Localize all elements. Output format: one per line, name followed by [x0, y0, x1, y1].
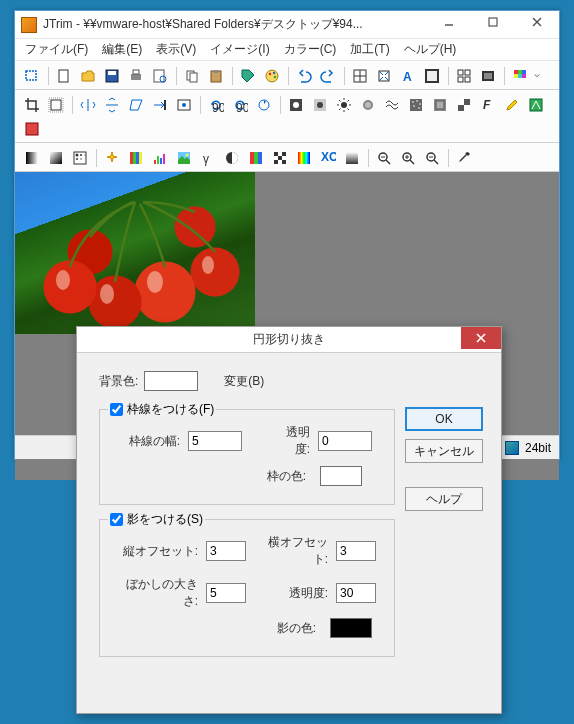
blur-icon[interactable] [357, 94, 379, 116]
shadow-color-swatch[interactable] [330, 618, 372, 638]
palette-icon[interactable] [261, 65, 283, 87]
shadow-opacity-label: 透明度: [254, 585, 328, 602]
paste-icon[interactable] [205, 65, 227, 87]
shadow-opacity-input[interactable] [336, 583, 376, 603]
menu-file[interactable]: ファイル(F) [19, 39, 94, 60]
zoom-out-icon[interactable] [421, 147, 443, 169]
sharpen-icon[interactable] [453, 94, 475, 116]
minimize-button[interactable] [427, 11, 471, 33]
new-icon[interactable] [53, 65, 75, 87]
dialog-title: 円形切り抜き [253, 331, 325, 348]
frame-checkbox-label[interactable]: 枠線をつける(F) [110, 401, 214, 418]
change-bg-button[interactable]: 変更(B) [224, 373, 264, 390]
blur-input[interactable] [206, 583, 246, 603]
menu-help[interactable]: ヘルプ(H) [398, 39, 463, 60]
crop-icon[interactable] [21, 94, 43, 116]
posterize-icon[interactable] [245, 147, 267, 169]
filter-f-icon[interactable]: F [477, 94, 499, 116]
color-grid-icon[interactable] [509, 65, 531, 87]
preview-icon[interactable] [149, 65, 171, 87]
rainbow-icon[interactable] [293, 147, 315, 169]
shift-h-icon[interactable] [149, 94, 171, 116]
halftone-icon[interactable] [69, 147, 91, 169]
svg-rect-87 [160, 158, 162, 164]
print-icon[interactable] [125, 65, 147, 87]
frame-color-swatch[interactable] [320, 466, 362, 486]
svg-point-64 [418, 107, 420, 109]
menu-edit[interactable]: 編集(E) [96, 39, 148, 60]
menu-process[interactable]: 加工(T) [344, 39, 395, 60]
shadow-checkbox-label[interactable]: 影をつける(S) [110, 511, 203, 528]
sparkle-icon[interactable] [101, 147, 123, 169]
frame-icon[interactable] [421, 65, 443, 87]
hoffset-input[interactable] [336, 541, 376, 561]
dropdown-icon[interactable] [533, 65, 541, 87]
effect-icon[interactable] [21, 118, 43, 140]
help-button[interactable]: ヘルプ [405, 487, 483, 511]
cancel-button[interactable]: キャンセル [405, 439, 483, 463]
flip-h-icon[interactable] [77, 94, 99, 116]
sun-icon[interactable] [333, 94, 355, 116]
open-icon[interactable] [77, 65, 99, 87]
menu-color[interactable]: カラー(C) [278, 39, 343, 60]
frame-opacity-input[interactable] [318, 431, 372, 451]
svg-rect-83 [136, 152, 139, 164]
svg-rect-7 [108, 71, 116, 75]
dialog-close-button[interactable] [461, 327, 501, 349]
close-button[interactable] [515, 11, 559, 33]
ok-button[interactable]: OK [405, 407, 483, 431]
rotate-cw-icon[interactable]: 90 [229, 94, 251, 116]
menu-view[interactable]: 表示(V) [150, 39, 202, 60]
flip-v-icon[interactable] [101, 94, 123, 116]
svg-rect-97 [274, 152, 278, 156]
noise-icon[interactable] [405, 94, 427, 116]
hue-icon[interactable] [125, 147, 147, 169]
wave-icon[interactable] [381, 94, 403, 116]
svg-rect-24 [458, 70, 463, 75]
levels-icon[interactable] [149, 147, 171, 169]
menu-image[interactable]: イメージ(I) [204, 39, 275, 60]
shadow-checkbox[interactable] [110, 513, 123, 526]
pencil-icon[interactable] [501, 94, 523, 116]
frame-checkbox[interactable] [110, 403, 123, 416]
voffset-input[interactable] [206, 541, 246, 561]
zoom-in-icon[interactable] [397, 147, 419, 169]
gamma-icon[interactable]: γ [197, 147, 219, 169]
brush-icon[interactable] [525, 94, 547, 116]
save-icon[interactable] [101, 65, 123, 87]
svg-rect-29 [484, 73, 492, 79]
invert-icon[interactable] [221, 147, 243, 169]
resize-icon[interactable] [349, 65, 371, 87]
rotate-ccw-icon[interactable]: 90 [205, 94, 227, 116]
fit-icon[interactable] [373, 65, 395, 87]
svg-rect-81 [130, 152, 133, 164]
brightness-down-icon[interactable] [309, 94, 331, 116]
text-icon[interactable]: A [397, 65, 419, 87]
bg-color-swatch[interactable] [144, 371, 198, 391]
zoom-fit-icon[interactable] [373, 147, 395, 169]
rotate-free-icon[interactable] [253, 94, 275, 116]
film-icon[interactable] [477, 65, 499, 87]
undo-icon[interactable] [293, 65, 315, 87]
svg-rect-30 [514, 70, 518, 74]
redo-icon[interactable] [317, 65, 339, 87]
eyedropper-icon[interactable] [453, 147, 475, 169]
gradient-h-icon[interactable] [21, 147, 43, 169]
svg-point-113 [147, 271, 163, 293]
select-source-icon[interactable] [21, 65, 43, 87]
landscape-icon[interactable] [173, 147, 195, 169]
frame-width-input[interactable] [188, 431, 242, 451]
xor-icon[interactable]: XOR [317, 147, 339, 169]
shift-v-icon[interactable] [173, 94, 195, 116]
checker-icon[interactable] [269, 147, 291, 169]
tag-icon[interactable] [237, 65, 259, 87]
skew-icon[interactable] [125, 94, 147, 116]
copy-icon[interactable] [181, 65, 203, 87]
maximize-button[interactable] [471, 11, 515, 33]
gradient-d-icon[interactable] [45, 147, 67, 169]
brightness-up-icon[interactable] [285, 94, 307, 116]
extend-icon[interactable] [45, 94, 67, 116]
emboss-icon[interactable] [429, 94, 451, 116]
gradient-v-icon[interactable] [341, 147, 363, 169]
grid-icon[interactable] [453, 65, 475, 87]
